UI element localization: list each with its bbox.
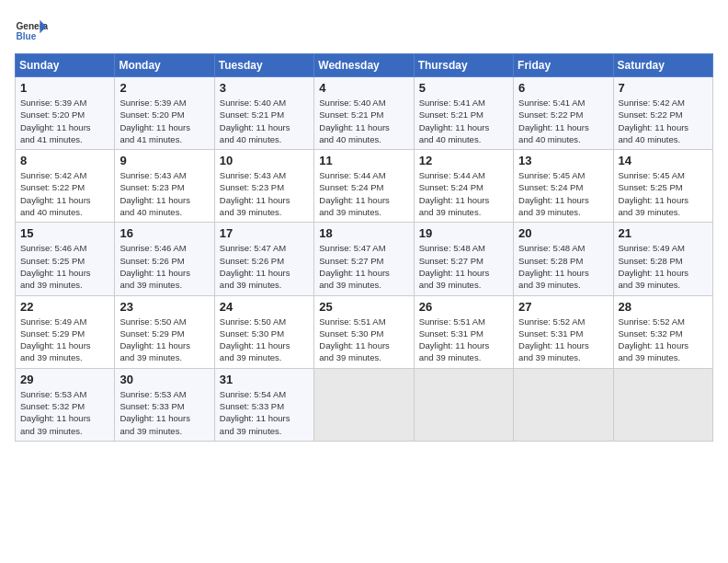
day-number: 29 bbox=[20, 373, 109, 386]
day-info: Sunrise: 5:51 AMSunset: 5:31 PMDaylight:… bbox=[419, 316, 508, 364]
calendar-cell: 20Sunrise: 5:48 AMSunset: 5:28 PMDayligh… bbox=[514, 223, 613, 295]
calendar-cell: 22Sunrise: 5:49 AMSunset: 5:29 PMDayligh… bbox=[16, 295, 115, 368]
calendar-cell: 27Sunrise: 5:52 AMSunset: 5:31 PMDayligh… bbox=[514, 295, 613, 368]
day-info: Sunrise: 5:51 AMSunset: 5:30 PMDaylight:… bbox=[319, 316, 408, 364]
day-number: 27 bbox=[518, 300, 608, 314]
day-number: 14 bbox=[619, 154, 708, 167]
day-number: 2 bbox=[119, 81, 209, 95]
calendar-cell bbox=[514, 368, 613, 441]
day-number: 25 bbox=[319, 300, 408, 314]
day-number: 9 bbox=[119, 154, 209, 167]
day-number: 20 bbox=[518, 226, 608, 240]
day-number: 1 bbox=[20, 81, 109, 95]
day-info: Sunrise: 5:42 AMSunset: 5:22 PMDaylight:… bbox=[20, 169, 109, 218]
day-info: Sunrise: 5:48 AMSunset: 5:27 PMDaylight:… bbox=[419, 242, 508, 291]
calendar-cell: 18Sunrise: 5:47 AMSunset: 5:27 PMDayligh… bbox=[314, 223, 414, 295]
day-number: 24 bbox=[220, 300, 309, 314]
day-info: Sunrise: 5:39 AMSunset: 5:20 PMDaylight:… bbox=[119, 97, 209, 145]
calendar-cell: 2Sunrise: 5:39 AMSunset: 5:20 PMDaylight… bbox=[115, 77, 214, 150]
day-info: Sunrise: 5:41 AMSunset: 5:22 PMDaylight:… bbox=[518, 97, 608, 145]
day-number: 23 bbox=[119, 300, 209, 314]
calendar-cell: 6Sunrise: 5:41 AMSunset: 5:22 PMDaylight… bbox=[514, 77, 613, 150]
weekday-header-saturday: Saturday bbox=[613, 54, 712, 77]
calendar-table: SundayMondayTuesdayWednesdayThursdayFrid… bbox=[15, 53, 713, 442]
day-number: 8 bbox=[20, 154, 109, 167]
day-info: Sunrise: 5:49 AMSunset: 5:29 PMDaylight:… bbox=[20, 316, 109, 364]
day-info: Sunrise: 5:52 AMSunset: 5:32 PMDaylight:… bbox=[619, 316, 708, 364]
day-number: 6 bbox=[518, 81, 608, 95]
day-number: 7 bbox=[619, 81, 708, 95]
day-info: Sunrise: 5:43 AMSunset: 5:23 PMDaylight:… bbox=[220, 169, 309, 218]
calendar-cell bbox=[613, 368, 712, 441]
calendar-cell: 25Sunrise: 5:51 AMSunset: 5:30 PMDayligh… bbox=[314, 295, 414, 368]
calendar-cell: 9Sunrise: 5:43 AMSunset: 5:23 PMDaylight… bbox=[115, 150, 214, 223]
day-info: Sunrise: 5:39 AMSunset: 5:20 PMDaylight:… bbox=[20, 97, 109, 145]
day-number: 12 bbox=[419, 154, 508, 167]
page-header: General Blue bbox=[15, 15, 713, 48]
calendar-cell: 23Sunrise: 5:50 AMSunset: 5:29 PMDayligh… bbox=[115, 295, 214, 368]
day-info: Sunrise: 5:46 AMSunset: 5:25 PMDaylight:… bbox=[20, 242, 109, 291]
day-info: Sunrise: 5:53 AMSunset: 5:33 PMDaylight:… bbox=[119, 388, 209, 437]
day-number: 15 bbox=[20, 226, 109, 240]
day-number: 19 bbox=[419, 226, 508, 240]
weekday-header-wednesday: Wednesday bbox=[314, 54, 414, 77]
calendar-cell: 30Sunrise: 5:53 AMSunset: 5:33 PMDayligh… bbox=[115, 368, 214, 441]
day-number: 22 bbox=[20, 300, 109, 314]
calendar-cell: 13Sunrise: 5:45 AMSunset: 5:24 PMDayligh… bbox=[514, 150, 613, 223]
calendar-cell: 15Sunrise: 5:46 AMSunset: 5:25 PMDayligh… bbox=[16, 223, 115, 295]
day-info: Sunrise: 5:47 AMSunset: 5:26 PMDaylight:… bbox=[220, 242, 309, 291]
calendar-cell: 19Sunrise: 5:48 AMSunset: 5:27 PMDayligh… bbox=[414, 223, 513, 295]
day-info: Sunrise: 5:40 AMSunset: 5:21 PMDaylight:… bbox=[220, 97, 309, 145]
day-info: Sunrise: 5:44 AMSunset: 5:24 PMDaylight:… bbox=[319, 169, 408, 218]
calendar-cell: 3Sunrise: 5:40 AMSunset: 5:21 PMDaylight… bbox=[214, 77, 313, 150]
day-info: Sunrise: 5:45 AMSunset: 5:24 PMDaylight:… bbox=[518, 169, 608, 218]
day-number: 3 bbox=[220, 81, 309, 95]
logo-icon: General Blue bbox=[15, 15, 48, 48]
weekday-header-thursday: Thursday bbox=[414, 54, 513, 77]
day-number: 16 bbox=[119, 226, 209, 240]
calendar-cell: 8Sunrise: 5:42 AMSunset: 5:22 PMDaylight… bbox=[16, 150, 115, 223]
calendar-cell: 14Sunrise: 5:45 AMSunset: 5:25 PMDayligh… bbox=[613, 150, 712, 223]
day-number: 5 bbox=[419, 81, 508, 95]
day-info: Sunrise: 5:44 AMSunset: 5:24 PMDaylight:… bbox=[419, 169, 508, 218]
calendar-cell: 17Sunrise: 5:47 AMSunset: 5:26 PMDayligh… bbox=[214, 223, 313, 295]
calendar-cell: 11Sunrise: 5:44 AMSunset: 5:24 PMDayligh… bbox=[314, 150, 414, 223]
calendar-cell: 28Sunrise: 5:52 AMSunset: 5:32 PMDayligh… bbox=[613, 295, 712, 368]
calendar-cell: 10Sunrise: 5:43 AMSunset: 5:23 PMDayligh… bbox=[214, 150, 313, 223]
day-number: 26 bbox=[419, 300, 508, 314]
day-info: Sunrise: 5:48 AMSunset: 5:28 PMDaylight:… bbox=[518, 242, 608, 291]
svg-text:Blue: Blue bbox=[16, 31, 36, 41]
day-number: 10 bbox=[220, 154, 309, 167]
day-number: 28 bbox=[619, 300, 708, 314]
day-number: 18 bbox=[319, 226, 408, 240]
day-number: 11 bbox=[319, 154, 408, 167]
day-info: Sunrise: 5:53 AMSunset: 5:32 PMDaylight:… bbox=[20, 388, 109, 437]
day-info: Sunrise: 5:46 AMSunset: 5:26 PMDaylight:… bbox=[119, 242, 209, 291]
calendar-cell: 4Sunrise: 5:40 AMSunset: 5:21 PMDaylight… bbox=[314, 77, 414, 150]
calendar-cell bbox=[314, 368, 414, 441]
weekday-header-sunday: Sunday bbox=[16, 54, 115, 77]
day-info: Sunrise: 5:52 AMSunset: 5:31 PMDaylight:… bbox=[518, 316, 608, 364]
day-info: Sunrise: 5:45 AMSunset: 5:25 PMDaylight:… bbox=[619, 169, 708, 218]
day-number: 4 bbox=[319, 81, 408, 95]
calendar-cell: 24Sunrise: 5:50 AMSunset: 5:30 PMDayligh… bbox=[214, 295, 313, 368]
logo: General Blue bbox=[15, 15, 48, 48]
day-number: 13 bbox=[518, 154, 608, 167]
calendar-cell bbox=[414, 368, 513, 441]
calendar-cell: 16Sunrise: 5:46 AMSunset: 5:26 PMDayligh… bbox=[115, 223, 214, 295]
weekday-header-monday: Monday bbox=[115, 54, 214, 77]
day-number: 30 bbox=[119, 373, 209, 386]
day-info: Sunrise: 5:42 AMSunset: 5:22 PMDaylight:… bbox=[619, 97, 708, 145]
calendar-cell: 1Sunrise: 5:39 AMSunset: 5:20 PMDaylight… bbox=[16, 77, 115, 150]
day-number: 17 bbox=[220, 226, 309, 240]
day-info: Sunrise: 5:47 AMSunset: 5:27 PMDaylight:… bbox=[319, 242, 408, 291]
day-info: Sunrise: 5:41 AMSunset: 5:21 PMDaylight:… bbox=[419, 97, 508, 145]
calendar-cell: 29Sunrise: 5:53 AMSunset: 5:32 PMDayligh… bbox=[16, 368, 115, 441]
calendar-cell: 31Sunrise: 5:54 AMSunset: 5:33 PMDayligh… bbox=[214, 368, 313, 441]
day-info: Sunrise: 5:43 AMSunset: 5:23 PMDaylight:… bbox=[119, 169, 209, 218]
calendar-cell: 21Sunrise: 5:49 AMSunset: 5:28 PMDayligh… bbox=[613, 223, 712, 295]
day-info: Sunrise: 5:50 AMSunset: 5:30 PMDaylight:… bbox=[220, 316, 309, 364]
calendar-cell: 7Sunrise: 5:42 AMSunset: 5:22 PMDaylight… bbox=[613, 77, 712, 150]
day-number: 31 bbox=[220, 373, 309, 386]
day-info: Sunrise: 5:50 AMSunset: 5:29 PMDaylight:… bbox=[119, 316, 209, 364]
